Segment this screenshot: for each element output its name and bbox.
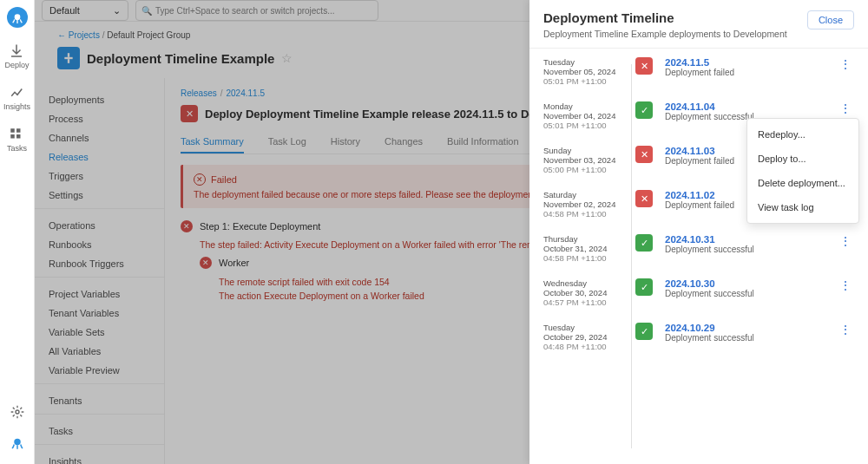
fail-icon: ✕: [635, 146, 653, 163]
app-logo[interactable]: [7, 7, 28, 28]
timeline-date: TuesdayOctober 29, 202404:48 PM +11:00: [543, 323, 623, 351]
svg-point-0: [14, 14, 20, 20]
overflow-menu-button[interactable]: ⋮: [836, 278, 854, 292]
deployment-timeline-drawer: Deployment Timeline Deployment Timeline …: [529, 0, 868, 464]
svg-rect-2: [16, 128, 21, 133]
timeline-date: MondayNovember 04, 202405:01 PM +11:00: [543, 101, 623, 130]
rail-insights[interactable]: Insights: [3, 85, 30, 111]
timeline-row: TuesdayNovember 05, 202405:01 PM +11:00 …: [543, 57, 854, 86]
menu-item-delete-deployment-[interactable]: Delete deployment...: [747, 171, 858, 195]
drawer-title: Deployment Timeline: [543, 10, 787, 25]
nav-rail: Deploy Insights Tasks: [0, 0, 35, 464]
timeline-date: ThursdayOctober 31, 202404:58 PM +11:00: [543, 234, 623, 263]
menu-item-redeploy-[interactable]: Redeploy...: [747, 122, 858, 147]
timeline-row: ThursdayOctober 31, 202404:58 PM +11:00 …: [543, 234, 854, 263]
timeline-line: [631, 64, 632, 448]
success-icon: ✓: [635, 323, 653, 340]
fail-icon: ✕: [635, 57, 653, 75]
timeline-version[interactable]: 2024.11.5: [665, 57, 836, 68]
timeline-status: Deployment successful: [665, 289, 836, 298]
overflow-menu-button[interactable]: ⋮: [836, 234, 854, 248]
overflow-menu-button[interactable]: ⋮: [836, 57, 854, 71]
timeline-row: TuesdayOctober 29, 202404:48 PM +11:00 ✓…: [543, 323, 854, 351]
svg-rect-4: [16, 134, 21, 139]
close-button[interactable]: Close: [807, 10, 854, 29]
fail-icon: ✕: [635, 190, 653, 207]
overflow-menu-button[interactable]: ⋮: [836, 101, 854, 115]
octopus-icon[interactable]: [10, 435, 25, 454]
menu-item-deploy-to-[interactable]: Deploy to...: [747, 147, 858, 171]
timeline-date: SundayNovember 03, 202405:00 PM +11:00: [543, 146, 623, 174]
rail-tasks[interactable]: Tasks: [7, 127, 27, 153]
timeline-version[interactable]: 2024.10.30: [665, 278, 836, 289]
timeline-version[interactable]: 2024.10.31: [665, 234, 836, 245]
context-menu: Redeploy...Deploy to...Delete deployment…: [746, 118, 859, 224]
settings-icon[interactable]: [10, 405, 24, 422]
timeline-status: Deployment successful: [665, 245, 836, 254]
success-icon: ✓: [635, 278, 653, 296]
menu-item-view-task-log[interactable]: View task log: [747, 195, 858, 219]
svg-point-5: [16, 410, 19, 414]
timeline-version[interactable]: 2024.11.04: [665, 101, 836, 112]
svg-rect-3: [11, 134, 16, 139]
timeline-date: SaturdayNovember 02, 202404:58 PM +11:00: [543, 190, 623, 219]
timeline-version[interactable]: 2024.10.29: [665, 323, 836, 333]
svg-point-6: [14, 439, 21, 446]
drawer-list: TuesdayNovember 05, 202405:01 PM +11:00 …: [529, 49, 868, 464]
success-icon: ✓: [635, 101, 653, 119]
timeline-date: WednesdayOctober 30, 202404:57 PM +11:00: [543, 278, 623, 307]
timeline-date: TuesdayNovember 05, 202405:01 PM +11:00: [543, 57, 623, 86]
overflow-menu-button[interactable]: ⋮: [836, 323, 854, 337]
drawer-subtitle: Deployment Timeline Example deployments …: [543, 29, 787, 39]
svg-rect-1: [11, 128, 16, 133]
timeline-status: Deployment successful: [665, 333, 836, 343]
rail-deploy[interactable]: Deploy: [4, 43, 29, 69]
timeline-status: Deployment failed: [665, 68, 836, 77]
success-icon: ✓: [635, 234, 653, 252]
timeline-row: WednesdayOctober 30, 202404:57 PM +11:00…: [543, 278, 854, 307]
